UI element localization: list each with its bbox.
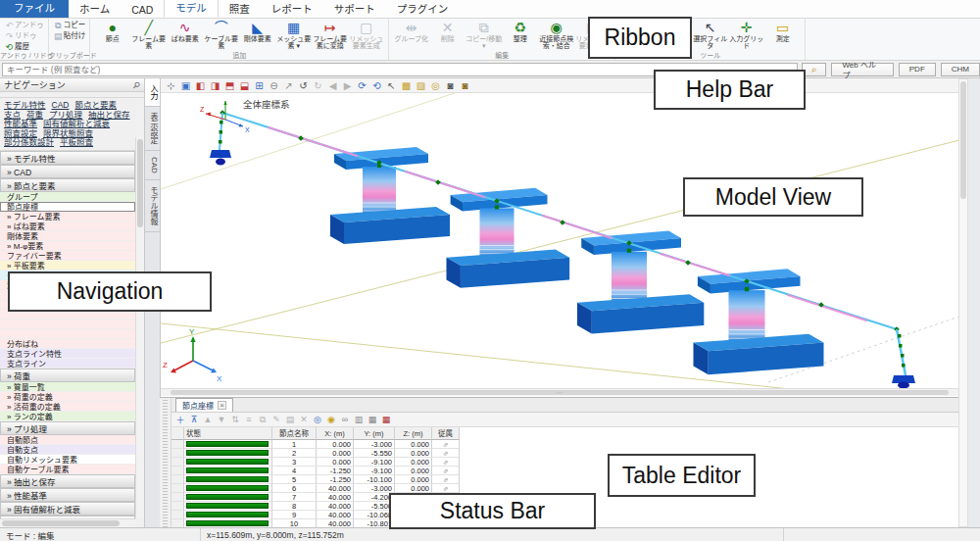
table-row[interactable]: 1 0.000 -3.000 0.000 ∞ (172, 440, 958, 449)
navigation-link[interactable]: 支点 (4, 110, 21, 120)
ribbon-item[interactable]: ▢ リメッシュ要素生成 (348, 20, 384, 52)
node-name-cell[interactable]: 5 (272, 475, 317, 484)
camera-icon[interactable]: ◙ (458, 79, 472, 92)
y-cell[interactable]: -5.550 (354, 449, 395, 458)
pin-icon[interactable]: ⚲ (131, 79, 143, 91)
navigation-item[interactable]: 分布ばね (0, 339, 135, 349)
row-selector[interactable] (172, 511, 184, 519)
navigation-item[interactable]: 自動支点 (0, 445, 135, 455)
x-cell[interactable]: -1.250 (317, 467, 354, 475)
sort-icon[interactable]: ⇅ (228, 415, 242, 424)
prev-view-icon[interactable]: ◀ (325, 79, 340, 92)
navigation-item[interactable]: 剛体要素 (0, 231, 135, 241)
navigation-horizontal-scrollbar[interactable] (0, 518, 136, 527)
ribbon-item[interactable]: ⧉ コピー/移動 ▾ (466, 20, 502, 52)
column-header[interactable]: 節点名称 (272, 427, 317, 440)
zoom-extents-icon[interactable]: ⊞ (252, 79, 267, 92)
export-table-icon[interactable]: ▦ (379, 415, 393, 424)
view-iso-icon[interactable]: ◧ (193, 79, 208, 92)
z-cell[interactable]: 0.000 (395, 449, 432, 458)
navigation-item[interactable]: » フレーム要素 (0, 212, 135, 221)
navigation-link[interactable]: 抽出と保存 (88, 110, 130, 120)
y-cell[interactable]: -3.000 (354, 440, 395, 449)
columns-icon[interactable]: ▥ (352, 415, 366, 424)
navigation-item[interactable]: » ばね要素 (0, 221, 135, 231)
ribbon-item[interactable]: ⌒ ケーブル要素 (203, 20, 239, 52)
view-front-icon[interactable]: ⬒ (222, 79, 237, 92)
navigation-item[interactable]: » 節点と要素 (0, 178, 135, 192)
ribbon-tab[interactable]: ホーム (69, 0, 121, 18)
navigation-item[interactable]: » 固有値解析と減衰 (0, 502, 135, 516)
table-row[interactable]: 4 -1.250 -9.100 0.000 ∞ (172, 467, 958, 475)
hide-elements-icon[interactable]: ▨ (414, 79, 428, 92)
node-name-cell[interactable]: 3 (272, 458, 317, 467)
ribbon-item[interactable]: ✕ 削除 (429, 20, 466, 52)
rotate-free-icon[interactable]: ↻ (311, 79, 325, 92)
insert-row-icon[interactable]: ⊼ (187, 415, 201, 424)
navigation-item[interactable] (0, 320, 135, 329)
navigation-item[interactable]: » 平板要素 (0, 261, 135, 270)
navigation-vertical-scrollbar[interactable] (135, 137, 144, 517)
node-name-cell[interactable]: 10 (272, 519, 317, 527)
ribbon-item[interactable]: ✛ 入力グリッド (728, 20, 764, 52)
x-cell[interactable]: 40.000 (317, 511, 354, 519)
rotate-icon[interactable]: ↺ (296, 79, 311, 92)
node-name-cell[interactable]: 9 (272, 511, 317, 519)
z-cell[interactable]: 0.000 (395, 467, 432, 475)
navigation-link[interactable]: 限界状態照査 (43, 128, 93, 138)
main-vertical-scrollbar[interactable] (958, 78, 968, 527)
node-name-cell[interactable]: 4 (272, 467, 317, 475)
y-cell[interactable]: -9.100 (354, 458, 395, 467)
preview-icon[interactable]: ◎ (428, 79, 443, 92)
row-selector[interactable] (172, 449, 184, 458)
z-cell[interactable]: 0.000 (395, 475, 432, 484)
table-row[interactable]: 6 40.000 -3.000 0.000 ∞ (172, 484, 958, 493)
find-icon[interactable]: ◎ (311, 415, 324, 424)
fit-view-icon[interactable]: ⊹ (164, 79, 178, 92)
navigation-item[interactable]: » モデル特性 (0, 151, 135, 165)
ribbon-tab[interactable]: プラグイン (386, 0, 460, 18)
ribbon-item[interactable]: ↖ 選択フィルタ (692, 20, 728, 52)
navigation-link[interactable]: CAD (52, 100, 70, 110)
x-cell[interactable]: -1.250 (317, 475, 354, 484)
filter-columns-icon[interactable]: ▦ (366, 415, 379, 424)
x-cell[interactable]: 0.000 (317, 449, 354, 458)
x-cell[interactable]: 0.000 (317, 440, 354, 449)
dependency-cell[interactable]: ∞ (432, 449, 460, 458)
row-selector[interactable] (172, 475, 184, 484)
ribbon-item[interactable]: ↶ アンドゥ (4, 20, 44, 30)
model-3d-scene[interactable]: Z X 全体座標系 Y Z X (161, 93, 959, 388)
navigation-link[interactable]: 固有値解析と減衰 (43, 119, 110, 128)
snapshot-icon[interactable]: ◙ (443, 79, 458, 92)
ribbon-item[interactable]: ▦ メッシュ要素 ▾ (275, 20, 312, 52)
navigation-item[interactable]: » 荷重の定義 (0, 392, 135, 402)
x-cell[interactable]: 40.000 (317, 484, 354, 493)
navigation-item[interactable]: 支点ライン特性 (0, 349, 135, 359)
node-name-cell[interactable]: 7 (272, 493, 317, 502)
redraw-icon[interactable]: ⟳ (355, 79, 369, 92)
side-tab[interactable]: 入力 (145, 78, 160, 107)
pointer-icon[interactable]: ↖ (384, 79, 399, 92)
dependency-cell[interactable]: ∞ (432, 440, 460, 449)
ribbon-item[interactable]: ╱ フレーム要素 (130, 20, 167, 52)
ribbon-item[interactable]: ∿ ばね要素 (167, 20, 203, 52)
side-tab[interactable]: モデル情報 (145, 180, 160, 232)
navigation-item[interactable]: » 性能基準 (0, 488, 135, 502)
x-cell[interactable]: 40.000 (317, 493, 354, 502)
ribbon-item[interactable]: ◣ 剛体要素 (239, 20, 275, 52)
duplicate-icon[interactable]: ⧉ (256, 415, 270, 425)
edit-icon[interactable]: ✎ (270, 415, 283, 424)
paste-rows-icon[interactable]: ▤ (283, 415, 297, 424)
ribbon-item[interactable]: ▭ 測定 (764, 20, 801, 52)
side-tab[interactable]: CAD (145, 151, 160, 180)
ribbon-item[interactable]: ⇹ グループ化 (393, 20, 429, 52)
row-selector[interactable] (172, 458, 184, 467)
navigation-link[interactable]: 節点と要素 (74, 100, 117, 110)
add-row-icon[interactable]: ＋ (173, 414, 187, 426)
navigation-item[interactable]: » プリ処理 (0, 421, 135, 435)
ribbon-tab[interactable]: 照査 (219, 0, 261, 18)
zoom-window-icon[interactable]: ▣ (178, 79, 193, 92)
navigation-link[interactable]: 平板照査 (60, 137, 93, 147)
navigation-item[interactable]: » ランの定義 (0, 412, 135, 421)
ribbon-item[interactable]: ▤ 貼付け (53, 30, 86, 41)
